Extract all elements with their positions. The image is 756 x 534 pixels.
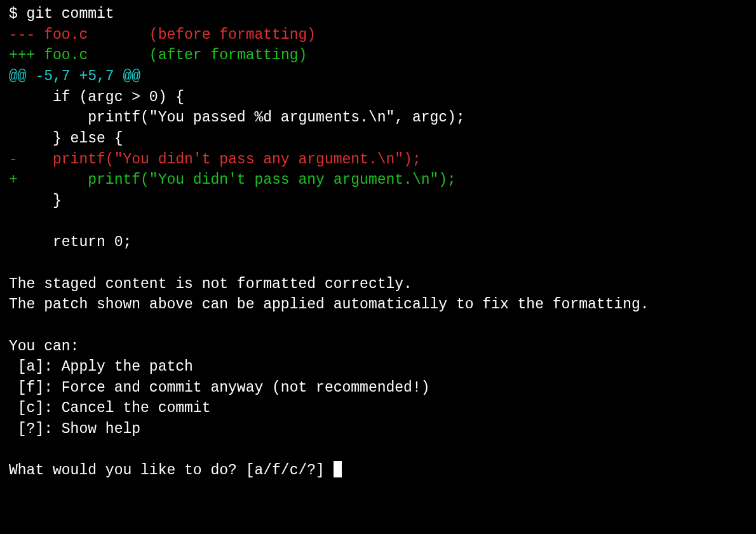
diff-header-after-spacing <box>88 47 149 64</box>
diff-context-line-4: } <box>9 193 62 209</box>
diff-context-line-5 <box>9 214 18 230</box>
diff-header-before-file: foo.c <box>44 27 88 43</box>
diff-header-after-marker: +++ <box>9 47 44 64</box>
diff-context-line-1: if (argc > 0) { <box>9 89 184 106</box>
message-line-2: The patch shown above can be applied aut… <box>9 296 649 313</box>
cursor-icon[interactable] <box>334 461 342 477</box>
diff-hunk-header: @@ -5,7 +5,7 @@ <box>9 68 140 85</box>
option-apply: [a]: Apply the patch <box>9 359 193 375</box>
prompt-question: What would you like to do? [a/f/c/?] <box>9 462 334 479</box>
diff-header-before-marker: --- <box>9 27 44 43</box>
message-line-1: The staged content is not formatted corr… <box>9 276 412 292</box>
diff-header-before-label: (before formatting) <box>149 27 316 43</box>
options-header: You can: <box>9 338 79 355</box>
option-cancel: [c]: Cancel the commit <box>9 400 210 416</box>
diff-context-line-3: } else { <box>9 130 123 147</box>
diff-header-after-label: (after formatting) <box>149 47 307 64</box>
diff-context-line-2: printf("You passed %d arguments.\n", arg… <box>9 109 465 126</box>
diff-context-line-6: return 0; <box>9 234 132 250</box>
diff-header-before-spacing <box>88 27 149 43</box>
prompt-symbol: $ <box>9 6 27 22</box>
option-force: [f]: Force and commit anyway (not recomm… <box>9 380 430 396</box>
command-text: git commit <box>27 6 114 22</box>
diff-header-after-file: foo.c <box>44 47 88 64</box>
option-help: [?]: Show help <box>9 421 140 437</box>
diff-added-line: + printf("You didn't pass any argument.\… <box>9 172 456 188</box>
diff-removed-line: - printf("You didn't pass any argument.\… <box>9 151 421 168</box>
